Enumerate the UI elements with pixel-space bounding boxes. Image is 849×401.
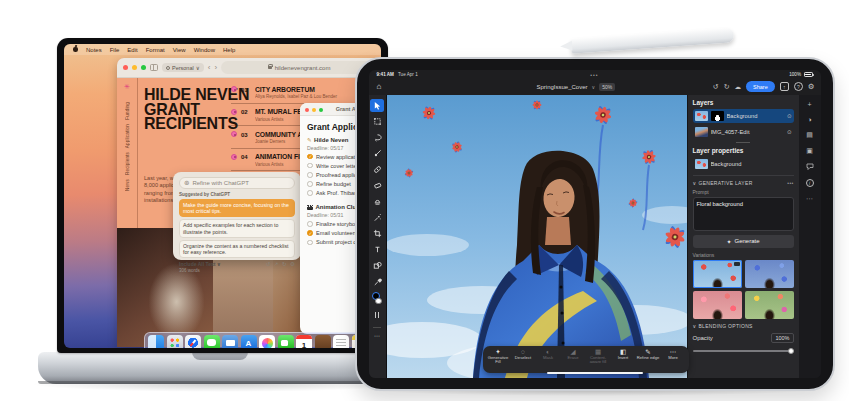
checkbox[interactable]	[307, 221, 313, 227]
prompt-input[interactable]: Floral background	[693, 197, 794, 231]
menu-item[interactable]: View	[173, 47, 186, 53]
zoom-button[interactable]	[319, 108, 323, 112]
checkbox[interactable]	[307, 154, 313, 160]
checkbox[interactable]	[307, 190, 313, 196]
gear-icon[interactable]: ⚙	[808, 82, 815, 91]
help-icon[interactable]: ?	[794, 82, 803, 91]
color-swatch[interactable]	[371, 292, 383, 305]
back-button[interactable]: ‹	[208, 64, 211, 72]
crop-tool[interactable]	[370, 227, 384, 240]
document-title[interactable]: SpringIssue_Cover	[537, 84, 588, 90]
site-logo-icon[interactable]: ✳	[124, 83, 130, 90]
redo-icon[interactable]: ↻	[724, 83, 730, 91]
spot-heal-tool[interactable]	[370, 163, 384, 176]
clone-stamp-tool[interactable]	[370, 195, 384, 208]
eraser-tool[interactable]	[370, 179, 384, 192]
chevron-down-icon[interactable]: ∨	[693, 323, 697, 329]
close-button[interactable]	[305, 108, 309, 112]
checkbox[interactable]	[307, 181, 313, 187]
transform-select-tool[interactable]	[370, 115, 384, 128]
more-icon[interactable]: •••	[787, 180, 793, 186]
export-icon[interactable]: ↑	[780, 82, 789, 91]
taskbar-button[interactable]: ✦ Generative Fill	[486, 348, 511, 371]
dock-icon-messages[interactable]	[204, 335, 220, 348]
dock-icon-photos[interactable]	[259, 335, 275, 348]
visibility-eye-icon[interactable]: ⊙	[787, 113, 792, 119]
dock-icon-books[interactable]	[315, 335, 331, 348]
taskbar-button[interactable]: ◧ Invert	[611, 348, 636, 371]
more-tools-icon[interactable]: ⋯	[374, 333, 380, 339]
layers-alt-icon[interactable]: ▣	[806, 147, 813, 155]
share-icon[interactable]: ↗	[274, 261, 279, 267]
minimize-button[interactable]	[132, 65, 137, 70]
menu-item[interactable]: Format	[146, 47, 165, 53]
suggestion-chip[interactable]: Organize the content as a numbered check…	[179, 240, 295, 258]
taskbar-button[interactable]: ⋯ More	[661, 348, 686, 371]
menu-item[interactable]: Window	[194, 47, 215, 53]
dock-icon-launchpad[interactable]	[167, 335, 183, 348]
comment-icon[interactable]	[806, 163, 814, 171]
close-button[interactable]	[123, 65, 128, 70]
taskbar-button[interactable]: ▦ Content-aware fill	[586, 348, 611, 371]
undo-icon[interactable]: ↺	[713, 83, 719, 91]
info-icon[interactable]: i	[806, 179, 814, 187]
grid-icon[interactable]: ▤	[806, 131, 813, 139]
vertical-nav-item[interactable]: Funding	[125, 102, 130, 120]
menu-item[interactable]: Help	[223, 47, 235, 53]
share-button[interactable]: Share	[746, 81, 775, 92]
taskbar-button[interactable]: ◐ Mask	[536, 348, 561, 371]
forward-button[interactable]: ›	[214, 64, 217, 72]
menu-item[interactable]: Notes	[86, 47, 102, 53]
visibility-eye-icon[interactable]: ⊙	[787, 129, 792, 135]
zoom-button[interactable]	[141, 65, 146, 70]
variation-thumbnail[interactable]	[745, 291, 794, 319]
checkbox[interactable]	[307, 172, 313, 178]
layer-row[interactable]: IMG_4057-Edit ⊙	[693, 125, 794, 139]
more-icon[interactable]: ⋯	[806, 195, 813, 203]
menu-item[interactable]: File	[110, 47, 120, 53]
redo-icon[interactable]: ↻	[282, 261, 287, 267]
cloud-sync-icon[interactable]: ☁	[735, 83, 742, 91]
canvas[interactable]	[387, 95, 687, 378]
menu-item[interactable]: Edit	[127, 47, 137, 53]
dock-icon-app-store[interactable]: A	[241, 335, 257, 348]
tool-options-icon[interactable]	[370, 309, 384, 322]
properties-layer-row[interactable]: Background	[693, 157, 794, 171]
shapes-tool[interactable]	[370, 259, 384, 272]
generate-button[interactable]: ✦ Generate	[693, 235, 794, 248]
address-bar[interactable]: hildenevengrant.com	[221, 61, 377, 74]
add-icon[interactable]: +	[807, 101, 811, 108]
taskbar-button[interactable]: ✎ Refine edge	[636, 348, 661, 371]
variation-thumbnail[interactable]	[693, 291, 742, 319]
checkbox[interactable]	[307, 230, 313, 236]
layer-row[interactable]: Background ⊙	[693, 109, 794, 123]
opacity-value[interactable]: 100%	[771, 333, 793, 343]
apple-logo-icon[interactable]	[73, 47, 78, 52]
dock-icon-reminders[interactable]	[333, 335, 349, 348]
brush-tool[interactable]	[370, 147, 384, 160]
taskbar-button[interactable]: ◌ Deselect	[511, 348, 536, 371]
slider-knob[interactable]	[788, 348, 794, 354]
home-indicator[interactable]	[547, 372, 643, 375]
include-all-text-toggle[interactable]: Include All Text ∨	[179, 261, 221, 267]
zoom-level-badge[interactable]: 50%	[599, 83, 615, 91]
dock-icon-mail[interactable]	[222, 335, 238, 348]
eyedropper-tool[interactable]	[370, 275, 384, 288]
home-icon[interactable]: ⌂	[377, 82, 382, 92]
variation-thumbnail[interactable]	[693, 260, 742, 288]
suggestion-chip[interactable]: Add specific examples for each section t…	[179, 219, 295, 237]
checkbox[interactable]	[307, 240, 313, 246]
vertical-nav-item[interactable]: News	[125, 179, 130, 191]
type-tool[interactable]	[370, 243, 384, 256]
dock-icon-finder[interactable]	[148, 335, 164, 348]
move-tool[interactable]	[370, 99, 384, 112]
vertical-nav-item[interactable]: Application	[125, 124, 130, 148]
chevron-down-icon[interactable]: ∨	[693, 180, 697, 186]
sidebar-icon[interactable]	[150, 64, 158, 71]
profile-switcher[interactable]: Personal ∨	[162, 63, 204, 72]
checkbox[interactable]	[307, 163, 313, 169]
magic-wand-tool[interactable]	[370, 211, 384, 224]
dock-icon-facetime[interactable]	[278, 335, 294, 348]
suggestion-chip[interactable]: Make the guide more concise, focusing on…	[179, 199, 295, 217]
dock-icon-safari[interactable]	[185, 335, 201, 348]
